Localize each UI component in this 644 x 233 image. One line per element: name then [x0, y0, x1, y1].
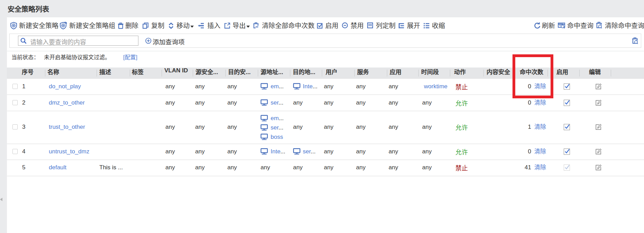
svg-text:00: 00: [255, 26, 258, 28]
